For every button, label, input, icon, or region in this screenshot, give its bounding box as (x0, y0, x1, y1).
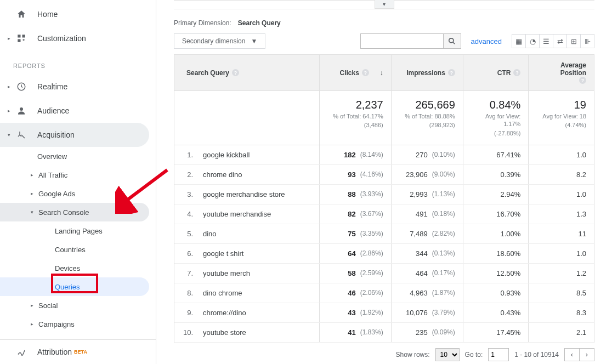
column-header-ctr[interactable]: CTR? (463, 55, 529, 90)
person-icon (15, 105, 27, 117)
sidebar-label: Home (37, 10, 58, 19)
sidebar-label: Google Ads (38, 190, 75, 198)
clicks-pct: (3.93%) (360, 190, 383, 198)
primary-dimension-value[interactable]: Search Query (238, 19, 281, 27)
clicks-pct: (3.35%) (360, 230, 383, 237)
table-row[interactable]: 6.google t shirt64(2.86%)344(0.13%)18.60… (174, 244, 594, 264)
show-rows-select[interactable]: 10 (435, 348, 460, 361)
home-icon (15, 8, 27, 20)
table-row[interactable]: 5.dino75(3.35%)7,489(2.82%)1.00%11 (174, 224, 594, 244)
clicks-pct: (3.67%) (360, 210, 383, 218)
row-number: 4. (182, 210, 193, 218)
sidebar-item-acquisition[interactable]: ▾ Acquisition (0, 123, 149, 147)
help-icon[interactable]: ? (232, 69, 239, 76)
chevron-down-icon: ▼ (251, 37, 257, 45)
sidebar-label: Landing Pages (55, 227, 103, 235)
sidebar: Home ▸ Customization REPORTS ▸ Realtime … (0, 0, 156, 364)
pie-view-button[interactable]: ◔ (525, 34, 540, 48)
prev-page-button[interactable]: ‹ (564, 348, 580, 361)
sidebar-item-audience[interactable]: ▸ Audience (0, 99, 156, 123)
search-button[interactable] (444, 33, 461, 49)
bar-view-button[interactable]: ☰ (539, 34, 553, 48)
table-row[interactable]: 1.google kickball182(8.14%)270(0.10%)67.… (174, 145, 594, 165)
table-row[interactable]: 3.google merchandise store88(3.93%)2,993… (174, 185, 594, 204)
table-view-button[interactable]: ▦ (512, 34, 526, 48)
query-text: google merchandise store (203, 190, 285, 198)
next-page-button[interactable]: › (579, 348, 594, 361)
query-text: chrome://dino (203, 309, 246, 317)
avg-position-value: 8.2 (576, 170, 586, 179)
advanced-link[interactable]: advanced (471, 37, 502, 46)
show-rows-label: Show rows: (396, 351, 430, 359)
term-cloud-button[interactable]: ⊪ (580, 34, 594, 48)
clicks-pct: (1.92%) (360, 309, 383, 316)
avg-position-value: 1.0 (576, 249, 586, 258)
query-text: dino chrome (203, 289, 242, 297)
sidebar-item-attribution[interactable]: Attribution BETA (0, 340, 156, 364)
help-icon[interactable]: ? (362, 69, 369, 76)
impressions-pct: (3.79%) (432, 309, 455, 316)
total-ap-sub1: Avg for View: 18 (536, 112, 586, 120)
collapse-button[interactable]: ▾ (375, 0, 394, 9)
sidebar-item-customization[interactable]: ▸ Customization (0, 26, 156, 50)
table-row[interactable]: 4.youtube merchandise82(3.67%)491(0.18%)… (174, 204, 594, 224)
comparison-icon: ⇄ (557, 37, 563, 46)
sidebar-item-all-traffic[interactable]: ▸ All Traffic (0, 166, 156, 184)
secondary-dimension-label: Secondary dimension (182, 37, 245, 45)
caret-down-icon: ▾ (8, 132, 11, 138)
secondary-dimension-dropdown[interactable]: Secondary dimension ▼ (174, 33, 265, 49)
impressions-value: 2,993 (410, 190, 428, 198)
pivot-view-button[interactable]: ⊞ (566, 34, 581, 48)
column-label: CTR (497, 69, 511, 77)
impressions-value: 10,076 (406, 309, 428, 317)
sidebar-item-search-console[interactable]: ▾ Search Console (0, 203, 149, 221)
sidebar-item-social[interactable]: ▸ Social (0, 296, 156, 315)
search-input[interactable] (360, 33, 444, 49)
avg-position-value: 1.0 (576, 151, 586, 159)
row-number: 8. (182, 289, 193, 297)
sidebar-item-campaigns[interactable]: ▸ Campaigns (0, 315, 156, 333)
column-header-avg-position[interactable]: Average Position? (528, 55, 594, 90)
clicks-value: 75 (348, 230, 355, 238)
clicks-value: 88 (348, 190, 355, 198)
sidebar-item-countries[interactable]: Countries (0, 240, 156, 259)
goto-input[interactable] (488, 348, 509, 361)
total-ap-sub2: (4.74%) (536, 121, 586, 129)
bar-icon: ☰ (543, 37, 549, 46)
sidebar-label: Countries (55, 246, 86, 254)
impressions-pct: (0.10%) (432, 151, 455, 158)
table-row[interactable]: 10.youtube store41(1.83%)235(0.09%)17.45… (174, 323, 594, 343)
column-header-query[interactable]: Search Query? (174, 55, 319, 90)
total-ctr-sub2: (-27.80%) (471, 129, 521, 137)
total-clicks: 2,237 (327, 99, 383, 111)
column-label: Search Query (186, 69, 229, 77)
sidebar-item-realtime[interactable]: ▸ Realtime (0, 75, 156, 99)
impressions-pct: (0.18%) (432, 210, 455, 218)
sidebar-item-landing-pages[interactable]: Landing Pages (0, 221, 156, 240)
help-icon[interactable]: ? (513, 69, 520, 76)
ctr-value: 16.70% (496, 210, 520, 218)
sidebar-item-overview[interactable]: Overview (0, 147, 156, 166)
query-text: google t shirt (203, 249, 243, 258)
sidebar-item-google-ads[interactable]: ▸ Google Ads (0, 184, 156, 203)
column-header-clicks[interactable]: Clicks? ↓ (319, 55, 391, 90)
comparison-view-button[interactable]: ⇄ (553, 34, 567, 48)
row-number: 5. (182, 230, 193, 238)
column-header-impressions[interactable]: Impressions? (391, 55, 463, 90)
help-icon[interactable]: ? (448, 69, 455, 76)
table-row[interactable]: 7.youtube merch58(2.59%)464(0.17%)12.50%… (174, 264, 594, 283)
sidebar-item-home[interactable]: Home (0, 2, 156, 26)
table-row[interactable]: 9.chrome://dino43(1.92%)10,076(3.79%)0.4… (174, 303, 594, 323)
sidebar-item-queries[interactable]: Queries (0, 277, 149, 296)
beta-badge: BETA (74, 349, 87, 355)
customization-icon (15, 32, 27, 44)
total-clicks-sub1: % of Total: 64.17% (327, 112, 383, 120)
table-row[interactable]: 2.chrome dino93(4.16%)23,906(9.00%)0.39%… (174, 165, 594, 185)
reports-section-label: REPORTS (0, 50, 156, 75)
sidebar-item-devices[interactable]: Devices (0, 259, 156, 277)
primary-dimension-row: Primary Dimension: Search Query (163, 19, 605, 30)
svg-rect-4 (24, 39, 24, 41)
table-row[interactable]: 8.dino chrome46(2.06%)4,963(1.87%)0.93%8… (174, 283, 594, 303)
help-icon[interactable]: ? (579, 77, 586, 84)
impressions-value: 270 (416, 151, 428, 159)
